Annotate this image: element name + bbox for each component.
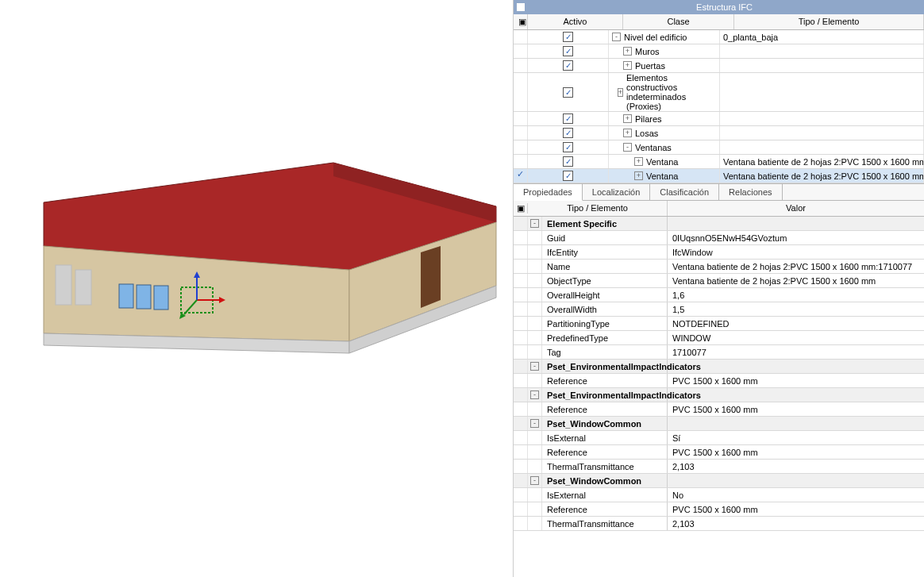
property-row[interactable]: OverallHeight1,6 — [514, 288, 924, 302]
properties-header-icon[interactable]: ▣ — [514, 203, 528, 213]
row-active-checkbox[interactable]: ✓ — [528, 169, 609, 183]
property-row[interactable]: Guid0IUqsnnO5ENwH54GVoztum — [514, 231, 924, 245]
panel-pin-icon[interactable] — [517, 3, 525, 11]
property-value[interactable]: 1,5 — [668, 302, 924, 316]
expand-icon[interactable]: + — [634, 157, 643, 166]
tree-row[interactable]: ✓+Muros — [514, 44, 924, 59]
collapse-icon[interactable]: - — [530, 419, 539, 428]
row-type-cell[interactable] — [720, 73, 924, 111]
tree-header-class[interactable]: Clase — [623, 14, 734, 29]
row-class-cell[interactable]: +Muros — [609, 44, 720, 58]
expand-icon[interactable]: + — [623, 114, 632, 123]
property-value[interactable] — [668, 360, 924, 373]
property-value[interactable]: IfcWindow — [668, 245, 924, 259]
property-row[interactable]: NameVentana batiente de 2 hojas 2:PVC 15… — [514, 260, 924, 274]
property-row[interactable]: ReferencePVC 1500 x 1600 mm — [514, 402, 924, 417]
row-active-checkbox[interactable]: ✓ — [528, 112, 609, 125]
expand-icon[interactable]: + — [623, 47, 632, 56]
collapse-icon[interactable]: - — [530, 390, 539, 399]
row-type-cell[interactable]: Ventana batiente de 2 hojas 2:PVC 1500 x… — [720, 155, 924, 168]
property-row[interactable]: PredefinedTypeWINDOW — [514, 331, 924, 345]
property-value[interactable]: No — [668, 488, 924, 502]
property-value[interactable] — [668, 474, 924, 487]
property-value[interactable] — [668, 217, 924, 230]
property-value[interactable]: 0IUqsnnO5ENwH54GVoztum — [668, 231, 924, 244]
property-value[interactable]: 1,6 — [668, 288, 924, 302]
tab-clasificación[interactable]: Clasificación — [650, 184, 719, 200]
tree-row[interactable]: ✓+Elementos constructivos indeterminados… — [514, 73, 924, 112]
tree-row[interactable]: ✓-Ventanas — [514, 140, 924, 155]
row-active-checkbox[interactable]: ✓ — [528, 126, 609, 140]
property-row[interactable]: IfcEntityIfcWindow — [514, 245, 924, 260]
collapse-icon[interactable]: - — [530, 476, 539, 485]
row-active-checkbox[interactable]: ✓ — [528, 59, 609, 72]
row-active-checkbox[interactable]: ✓ — [528, 44, 609, 58]
tree-row[interactable]: ✓+Puertas — [514, 59, 924, 73]
expand-icon[interactable]: + — [634, 171, 643, 180]
property-row[interactable]: ReferencePVC 1500 x 1600 mm — [514, 445, 924, 460]
property-value[interactable]: Ventana batiente de 2 hojas 2:PVC 1500 x… — [668, 274, 924, 287]
row-type-cell[interactable]: Ventana batiente de 2 hojas 2:PVC 1500 x… — [720, 169, 924, 183]
tree-header-type[interactable]: Tipo / Elemento — [734, 14, 924, 29]
collapse-icon[interactable]: - — [530, 219, 539, 228]
properties-header-right[interactable]: Valor — [668, 201, 924, 216]
row-class-cell[interactable]: +Ventana — [609, 169, 720, 183]
row-type-cell[interactable] — [720, 126, 924, 140]
row-class-cell[interactable]: +Losas — [609, 126, 720, 140]
property-group-row[interactable]: -Pset_WindowCommon — [514, 474, 924, 488]
property-value[interactable]: PVC 1500 x 1600 mm — [668, 502, 924, 516]
row-class-cell[interactable]: -Nivel del edificio — [609, 30, 720, 44]
row-class-cell[interactable]: -Ventanas — [609, 140, 720, 154]
property-group-row[interactable]: -Element Specific — [514, 217, 924, 231]
property-value[interactable]: Sí — [668, 431, 924, 444]
property-row[interactable]: IsExternalNo — [514, 488, 924, 502]
properties-body[interactable]: -Element SpecificGuid0IUqsnnO5ENwH54GVoz… — [514, 217, 924, 577]
tree-row[interactable]: ✓+Losas — [514, 126, 924, 140]
row-active-checkbox[interactable]: ✓ — [528, 155, 609, 168]
property-value[interactable]: 2,103 — [668, 517, 924, 530]
row-active-checkbox[interactable]: ✓ — [528, 30, 609, 44]
row-active-checkbox[interactable]: ✓ — [528, 140, 609, 154]
property-row[interactable]: ReferencePVC 1500 x 1600 mm — [514, 374, 924, 388]
tab-localización[interactable]: Localización — [583, 184, 651, 200]
property-row[interactable]: ReferencePVC 1500 x 1600 mm — [514, 502, 924, 517]
row-type-cell[interactable] — [720, 59, 924, 72]
collapse-icon[interactable]: - — [623, 143, 632, 152]
property-row[interactable]: IsExternalSí — [514, 431, 924, 445]
row-type-cell[interactable] — [720, 44, 924, 58]
tree-row[interactable]: ✓+Pilares — [514, 112, 924, 126]
property-row[interactable]: ObjectTypeVentana batiente de 2 hojas 2:… — [514, 274, 924, 288]
property-row[interactable]: OverallWidth1,5 — [514, 302, 924, 317]
property-value[interactable] — [668, 388, 924, 402]
property-value[interactable]: PVC 1500 x 1600 mm — [668, 445, 924, 459]
properties-header-left[interactable]: Tipo / Elemento — [528, 203, 667, 213]
row-class-cell[interactable]: +Puertas — [609, 59, 720, 72]
tree-row[interactable]: ✓-Nivel del edificio0_planta_baja — [514, 30, 924, 44]
tree-row[interactable]: ✓+VentanaVentana batiente de 2 hojas 2:P… — [514, 155, 924, 169]
property-group-row[interactable]: -Pset_EnvironmentalImpactIndicators — [514, 360, 924, 374]
tree-body[interactable]: ✓-Nivel del edificio0_planta_baja✓+Muros… — [514, 30, 924, 183]
row-active-checkbox[interactable]: ✓ — [528, 73, 609, 111]
row-class-cell[interactable]: +Ventana — [609, 155, 720, 168]
property-value[interactable] — [668, 417, 924, 430]
expand-icon[interactable]: + — [623, 61, 632, 70]
property-value[interactable]: NOTDEFINED — [668, 317, 924, 330]
tree-row[interactable]: ✓✓+VentanaVentana batiente de 2 hojas 2:… — [514, 169, 924, 183]
row-class-cell[interactable]: +Pilares — [609, 112, 720, 125]
tree-header-icon-col[interactable]: ▣ — [514, 14, 528, 29]
property-value[interactable]: PVC 1500 x 1600 mm — [668, 402, 924, 416]
property-row[interactable]: ThermalTransmittance2,103 — [514, 460, 924, 474]
row-type-cell[interactable] — [720, 140, 924, 154]
row-type-cell[interactable] — [720, 112, 924, 125]
property-value[interactable]: Ventana batiente de 2 hojas 2:PVC 1500 x… — [668, 260, 924, 273]
tab-relaciones[interactable]: Relaciones — [719, 184, 782, 200]
tab-propiedades[interactable]: Propiedades — [514, 184, 583, 201]
property-group-row[interactable]: -Pset_WindowCommon — [514, 417, 924, 431]
property-value[interactable]: 2,103 — [668, 460, 924, 473]
row-type-cell[interactable]: 0_planta_baja — [720, 30, 924, 44]
collapse-icon[interactable]: - — [612, 33, 621, 41]
property-value[interactable]: PVC 1500 x 1600 mm — [668, 374, 924, 387]
3d-viewport[interactable] — [0, 0, 513, 577]
expand-icon[interactable]: + — [618, 88, 623, 97]
property-row[interactable]: ThermalTransmittance2,103 — [514, 517, 924, 531]
